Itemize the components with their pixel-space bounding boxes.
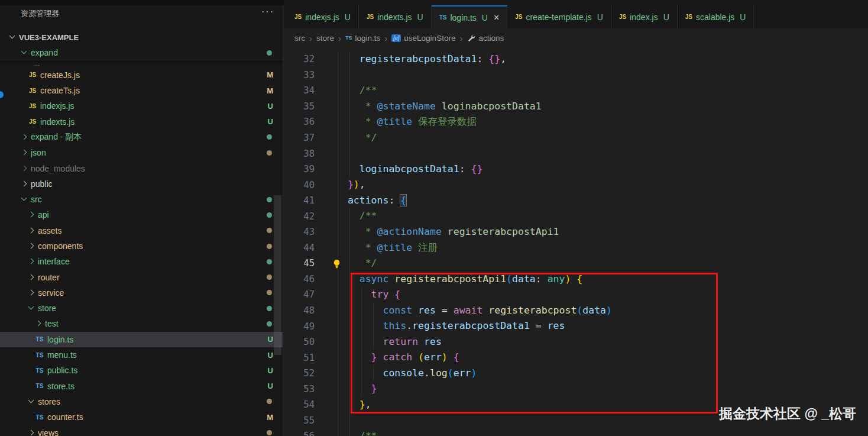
tree-item-assets[interactable]: assets bbox=[0, 223, 283, 238]
chevron-right-icon bbox=[27, 227, 35, 235]
code-line-47[interactable]: 47 try { bbox=[284, 287, 868, 303]
breadcrumb-separator-icon: › bbox=[459, 33, 462, 43]
indent-guide bbox=[338, 303, 338, 319]
code-line-46[interactable]: 46 async registerabcpostApi1(data: any) … bbox=[284, 272, 868, 288]
code-line-34[interactable]: 34 /** bbox=[284, 83, 868, 99]
tree-item-public.ts[interactable]: TSpublic.tsU bbox=[0, 363, 283, 378]
code-line-52[interactable]: 52 console.log(err) bbox=[284, 366, 868, 382]
git-status-badge: M bbox=[267, 86, 273, 95]
code-line-48[interactable]: 48 const res = await registerabcpost(dat… bbox=[284, 303, 868, 319]
code-line-32[interactable]: 32 registerabcpostData1: {}, bbox=[284, 51, 868, 67]
tree-item-expand[interactable]: expand bbox=[0, 45, 283, 60]
code-line-37[interactable]: 37 */ bbox=[284, 130, 868, 146]
tree-item-menu.ts[interactable]: TSmenu.tsU bbox=[0, 347, 283, 363]
tree-item-views[interactable]: views bbox=[0, 425, 283, 436]
indent-guide bbox=[349, 381, 350, 397]
chevron-right-icon bbox=[20, 133, 28, 141]
line-number: 49 bbox=[284, 321, 336, 332]
code-line-36[interactable]: 36 * @title 保存登录数据 bbox=[284, 114, 868, 130]
code-token: : bbox=[388, 195, 394, 206]
code-line-35[interactable]: 35 * @stateName loginabcpostData1 bbox=[284, 99, 868, 115]
tree-item-counter.ts[interactable]: TScounter.tsM bbox=[0, 409, 283, 425]
code-line-44[interactable]: 44 * @title 注册 bbox=[284, 240, 868, 256]
js-file-icon: JS bbox=[515, 14, 522, 20]
indent-guide bbox=[349, 287, 350, 303]
tree-item-public[interactable]: public bbox=[0, 176, 283, 192]
tab-create-template.js[interactable]: JScreate-template.jsU bbox=[507, 5, 611, 28]
js-file-icon: JS bbox=[367, 14, 374, 20]
chevron-right-icon bbox=[27, 289, 35, 297]
tab-indexjs.js[interactable]: JSindexjs.jsU bbox=[287, 5, 359, 28]
breadcrumb-item-src[interactable]: src bbox=[294, 34, 305, 43]
close-icon[interactable]: × bbox=[494, 13, 499, 22]
tree-item-store[interactable]: store bbox=[0, 301, 283, 316]
tree-item-createJs.js[interactable]: JScreateJs.jsM bbox=[0, 67, 283, 83]
tree-item-login.ts[interactable]: TSlogin.tsU bbox=[0, 332, 283, 347]
code-line-43[interactable]: 43 * @actionName registerabcpostApi1 bbox=[284, 224, 868, 240]
tree-item-router[interactable]: router bbox=[0, 269, 283, 285]
git-status-badge: U bbox=[268, 102, 273, 111]
code-line-53[interactable]: 53 } bbox=[284, 381, 868, 397]
code-line-49[interactable]: 49 this.registerabcpostData1 = res bbox=[284, 318, 868, 334]
code-line-38[interactable]: 38 bbox=[284, 146, 868, 162]
tree-item-label: menu.ts bbox=[47, 350, 77, 360]
breadcrumb-item-login.ts[interactable]: TSlogin.ts bbox=[345, 34, 380, 43]
breadcrumb-item-actions[interactable]: actions bbox=[467, 34, 504, 43]
tree-item-stores[interactable]: stores bbox=[0, 394, 283, 409]
code-line-56[interactable]: 56 /** bbox=[284, 428, 868, 436]
code-token bbox=[336, 351, 371, 363]
breadcrumb-item-store[interactable]: store bbox=[316, 34, 334, 43]
chevron-right-icon bbox=[27, 429, 35, 436]
code-line-text: }), bbox=[336, 177, 868, 193]
code-token: res bbox=[418, 305, 436, 316]
indent-guide bbox=[349, 256, 350, 272]
code-line-45[interactable]: 45 */ bbox=[284, 256, 868, 272]
more-actions-icon[interactable]: ··· bbox=[261, 7, 274, 17]
code-line-42[interactable]: 42 /** bbox=[284, 208, 868, 224]
tree-item-indexts.js[interactable]: JSindexts.jsU bbox=[0, 114, 283, 129]
code-line-40[interactable]: 40 }), bbox=[284, 177, 868, 193]
tree-item-label: node_modules bbox=[31, 164, 85, 173]
code-line-50[interactable]: 50 return res bbox=[284, 334, 868, 350]
lightbulb-icon[interactable] bbox=[332, 259, 342, 269]
git-status-badge: U bbox=[268, 382, 273, 390]
chevron-down-icon bbox=[27, 304, 35, 312]
code-token: catch bbox=[383, 351, 412, 363]
tree-root[interactable]: VUE3-EXAMPLE bbox=[0, 30, 283, 45]
code-line-39[interactable]: 39 loginabcpostData1: {} bbox=[284, 162, 868, 177]
tree-item-api[interactable]: api bbox=[0, 207, 283, 222]
ts-file-icon: TS bbox=[34, 367, 45, 374]
tree-item-node_modules[interactable]: node_modules bbox=[0, 160, 283, 176]
tree-item-createTs.js[interactable]: JScreateTs.jsM bbox=[0, 83, 283, 98]
tree-item-interface[interactable]: interface bbox=[0, 254, 283, 269]
tab-indexts.js[interactable]: JSindexts.jsU bbox=[359, 5, 432, 28]
tree-root-label: VUE3-EXAMPLE bbox=[19, 33, 79, 42]
tree-item-service[interactable]: service bbox=[0, 285, 283, 301]
tree-item-indexjs.js[interactable]: JSindexjs.jsU bbox=[0, 98, 283, 114]
tab-login.ts[interactable]: TSlogin.tsU× bbox=[432, 5, 508, 28]
sidebar-scrollbar[interactable] bbox=[274, 195, 281, 355]
tab-scalable.js[interactable]: JSscalable.jsU bbox=[678, 5, 754, 28]
code-editor[interactable]: 32 registerabcpostData1: {},3334 /**35 *… bbox=[284, 47, 868, 436]
code-line-33[interactable]: 33 bbox=[284, 67, 868, 83]
tree-item-store.ts[interactable]: TSstore.tsU bbox=[0, 379, 283, 394]
tree-item-test[interactable]: test bbox=[0, 316, 283, 331]
tree-item-src[interactable]: src bbox=[0, 192, 283, 207]
tree-item-components[interactable]: components bbox=[0, 238, 283, 254]
tree-item-expand - 副本[interactable]: expand - 副本 bbox=[0, 130, 283, 145]
code-line-51[interactable]: 51 } catch (err) { bbox=[284, 350, 868, 366]
tree-item-json[interactable]: json bbox=[0, 145, 283, 160]
code-line-41[interactable]: 41 actions: { bbox=[284, 193, 868, 209]
code-token: */ bbox=[365, 132, 377, 143]
indent-guide bbox=[338, 162, 338, 177]
line-number: 46 bbox=[284, 274, 336, 285]
tab-index.js[interactable]: JSindex.jsU bbox=[611, 5, 678, 28]
code-token: = bbox=[442, 305, 448, 316]
code-token: /** bbox=[359, 210, 377, 221]
code-token bbox=[388, 273, 394, 285]
code-token: @title bbox=[377, 242, 413, 253]
code-token: 注册 bbox=[412, 242, 438, 253]
line-number: 55 bbox=[284, 415, 336, 426]
line-number: 51 bbox=[284, 353, 336, 363]
breadcrumb-item-useLoginStore[interactable]: [e]useLoginStore bbox=[391, 34, 455, 43]
